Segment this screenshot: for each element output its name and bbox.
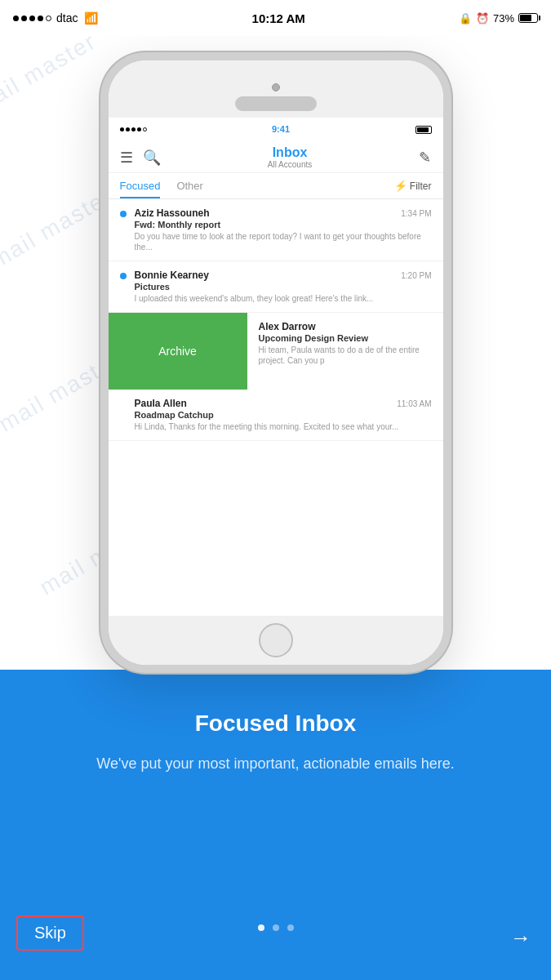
email-time-4: 11:03 AM (397, 399, 431, 408)
swiped-email-sender: Alex Darrow (259, 321, 316, 332)
top-area: mail master mail master mail master mail… (0, 36, 551, 706)
email-subject-1: Fwd: Monthly report (135, 220, 432, 229)
email-preview-1: Do you have time to look at the report t… (135, 231, 432, 252)
email-time-2: 1:20 PM (401, 271, 431, 280)
bottom-section: Focused Inbox We've put your most import… (0, 670, 551, 980)
focused-inbox-title: Focused Inbox (195, 710, 357, 737)
email-preview-4: Hi Linda, Thanks for the meeting this mo… (135, 421, 432, 432)
focused-inbox-description: We've put your most important, actionabl… (96, 753, 454, 775)
email-sender-2: Bonnie Kearney (135, 270, 209, 281)
email-top-row-1: Aziz Hassouneh 1:34 PM (135, 207, 432, 219)
tabs-bar: Focused Other ⚡ Filter (109, 173, 443, 199)
swiped-email-subject: Upcoming Design Review (259, 333, 432, 343)
skip-button[interactable]: Skip (16, 915, 84, 951)
phone-mockup: 9:41 ☰ 🔍 Inbox All Accounts ✎ (100, 52, 451, 673)
carrier-name: dtac (56, 11, 78, 24)
compose-icon[interactable]: ✎ (419, 149, 431, 167)
phone-signal (120, 127, 147, 131)
status-right: 🔒 ⏰ 73% (459, 12, 538, 24)
search-icon[interactable]: 🔍 (143, 149, 161, 167)
hamburger-icon[interactable]: ☰ (120, 149, 133, 167)
status-left: dtac 📶 (13, 11, 98, 24)
lock-icon: 🔒 (459, 12, 472, 24)
email-item-2[interactable]: Bonnie Kearney 1:20 PM Pictures I upload… (109, 261, 443, 313)
email-item-swipe[interactable]: Archive Alex Darrow Upcoming Design Revi… (109, 313, 443, 390)
pagination-dots (258, 924, 294, 931)
phone-inner: 9:41 ☰ 🔍 Inbox All Accounts ✎ (109, 60, 443, 665)
all-accounts-label: All Accounts (268, 160, 312, 169)
inbox-title: Inbox (268, 145, 312, 160)
front-camera (272, 83, 280, 91)
signal-dots (13, 16, 51, 21)
email-content-1: Aziz Hassouneh 1:34 PM Fwd: Monthly repo… (135, 207, 432, 252)
signal-dot-3 (29, 16, 35, 21)
filter-lightning-icon: ⚡ (394, 180, 407, 192)
email-list: Aziz Hassouneh 1:34 PM Fwd: Monthly repo… (109, 199, 443, 441)
page-dot-3[interactable] (287, 924, 294, 931)
email-item-1[interactable]: Aziz Hassouneh 1:34 PM Fwd: Monthly repo… (109, 199, 443, 261)
phone-status-bar: 9:41 (109, 118, 443, 140)
header-left-icons[interactable]: ☰ 🔍 (120, 149, 161, 167)
tab-focused[interactable]: Focused (120, 173, 161, 198)
tab-other[interactable]: Other (176, 173, 203, 198)
email-top-row-2: Bonnie Kearney 1:20 PM (135, 270, 432, 281)
phone-bottom-bezel (109, 616, 443, 665)
phone-screen: 9:41 ☰ 🔍 Inbox All Accounts ✎ (109, 118, 443, 616)
unread-dot-2 (120, 273, 127, 279)
unread-dot-4 (120, 401, 127, 408)
home-button[interactable] (259, 623, 293, 657)
phone-top-bezel (109, 60, 443, 118)
filter-button[interactable]: ⚡ Filter (394, 180, 432, 192)
page-dot-2[interactable] (273, 924, 279, 931)
battery-tip (539, 16, 540, 20)
phone-time: 9:41 (272, 124, 290, 134)
battery-icon (518, 13, 538, 23)
earpiece (235, 96, 317, 111)
email-time-1: 1:34 PM (401, 209, 431, 218)
status-time: 10:12 AM (252, 11, 305, 25)
swiped-email-content: Alex Darrow Upcoming Design Review Hi te… (247, 313, 443, 390)
alarm-icon: ⏰ (476, 12, 489, 24)
email-item-4[interactable]: Paula Allen 11:03 AM Roadmap Catchup Hi … (109, 390, 443, 441)
email-sender-1: Aziz Hassouneh (135, 207, 210, 219)
signal-dot-1 (13, 16, 19, 21)
signal-dot-4 (38, 16, 43, 21)
swiped-email-preview: Hi team, Paula wants to do a de of the e… (259, 345, 432, 366)
outlook-header[interactable]: ☰ 🔍 Inbox All Accounts ✎ (109, 140, 443, 173)
next-arrow-button[interactable]: → (510, 925, 531, 951)
email-sender-4: Paula Allen (135, 398, 187, 409)
wifi-icon: 📶 (84, 11, 98, 24)
header-center: Inbox All Accounts (268, 145, 312, 169)
archive-label: Archive (158, 345, 197, 358)
battery-fill (520, 15, 531, 21)
phone-battery (415, 125, 432, 134)
email-top-row-4: Paula Allen 11:03 AM (135, 398, 432, 409)
page-dot-1[interactable] (258, 924, 264, 931)
signal-dot-2 (21, 16, 27, 21)
status-bar: dtac 📶 10:12 AM 🔒 ⏰ 73% (0, 0, 551, 36)
email-subject-4: Roadmap Catchup (135, 410, 432, 420)
email-subject-2: Pictures (135, 282, 432, 292)
email-preview-2: I uploaded this weekend's album, they lo… (135, 293, 432, 304)
unread-dot-1 (120, 211, 127, 217)
archive-action[interactable]: Archive (109, 313, 247, 390)
battery-percent: 73% (493, 12, 514, 24)
email-content-2: Bonnie Kearney 1:20 PM Pictures I upload… (135, 270, 432, 304)
email-content-4: Paula Allen 11:03 AM Roadmap Catchup Hi … (135, 398, 432, 432)
signal-dot-5 (46, 16, 51, 21)
